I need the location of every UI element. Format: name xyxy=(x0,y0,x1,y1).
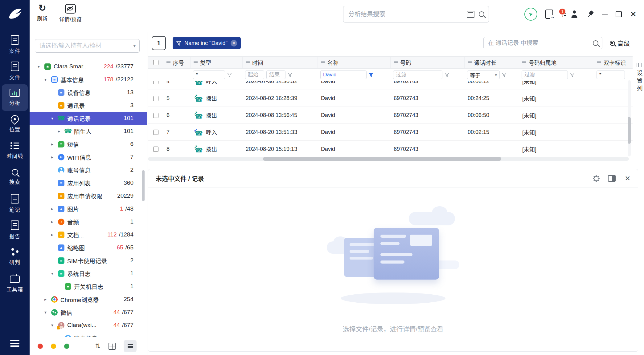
rail-item-notes[interactable]: 笔记 xyxy=(0,190,30,217)
name-filter-input[interactable] xyxy=(320,71,367,79)
tree-item-images[interactable]: ▸ ▲ 图片 1 /48 xyxy=(30,202,147,215)
type-filter-input[interactable] xyxy=(193,71,225,79)
table-row[interactable]: 8 ☎↗ 拨出 2024-08-20 15:19:13 David 697027… xyxy=(148,141,633,156)
refresh-button[interactable]: ↻ 刷新 xyxy=(37,3,47,23)
column-header-location[interactable]: 号码归属地 xyxy=(519,57,594,68)
grid-view-icon[interactable] xyxy=(109,343,116,350)
rail-item-report[interactable]: 报告 xyxy=(0,217,30,243)
tree-item-account-profile[interactable]: 账户信息 xyxy=(30,332,147,337)
expand-arrow-icon[interactable]: ▾ xyxy=(44,310,51,315)
chip-close-icon[interactable]: ✕ xyxy=(231,40,237,46)
rail-item-location[interactable]: 位置 xyxy=(0,111,30,137)
details-preview-button[interactable]: 详情/预览 xyxy=(59,3,82,23)
tree-item-system-log[interactable]: ▾ ≡ 系统日志 1 xyxy=(30,267,147,280)
expand-arrow-icon[interactable]: ▸ xyxy=(51,219,58,224)
tree-item-thumbnails[interactable]: ▲ 缩略图 65 /65 xyxy=(30,241,147,254)
tag-yellow-dot[interactable] xyxy=(51,344,56,349)
duration-operator-select[interactable]: 等于 ▾ xyxy=(467,71,500,79)
split-view-icon[interactable] xyxy=(608,175,616,182)
vertical-scrollbar[interactable] xyxy=(628,80,631,156)
expand-arrow-icon[interactable]: ▾ xyxy=(38,64,44,69)
result-tab-1[interactable]: 1 xyxy=(152,36,166,50)
search-icon[interactable] xyxy=(479,11,484,17)
table-row[interactable]: 6 ☎↗ 拨出 2024-08-08 13:56:45 David 697027… xyxy=(148,107,633,124)
tree-item-call-records[interactable]: ▾ ☎ 通话记录 101 xyxy=(30,112,147,125)
table-search-input[interactable] xyxy=(487,39,590,47)
time-start-filter-input[interactable] xyxy=(245,71,264,79)
tree-item-wechat[interactable]: ▾ 微信 44 /677 xyxy=(30,306,147,319)
expand-arrow-icon[interactable]: ▸ xyxy=(44,297,51,302)
column-header-seq[interactable]: 序号 xyxy=(163,57,191,68)
send-button[interactable]: ➤ xyxy=(524,8,537,21)
tag-green-dot[interactable] xyxy=(64,344,69,349)
tree-item-sim-usage[interactable]: ≡ SIM卡使用记录 2 xyxy=(30,254,147,267)
export-report-button[interactable]: 1 xyxy=(561,11,562,17)
rail-item-search[interactable]: 搜索 xyxy=(0,164,30,190)
funnel-active-icon[interactable] xyxy=(369,73,373,77)
column-header-number[interactable]: 号码 xyxy=(391,57,465,68)
expand-arrow-icon[interactable]: ▾ xyxy=(51,271,58,276)
time-end-filter-input[interactable] xyxy=(266,71,285,79)
funnel-icon[interactable] xyxy=(502,73,507,77)
rail-item-toolbox[interactable]: 工具箱 xyxy=(0,270,30,296)
row-checkbox[interactable] xyxy=(153,113,158,118)
expand-arrow-icon[interactable]: ▸ xyxy=(51,206,58,211)
vertical-scrollbar-thumb[interactable] xyxy=(628,117,631,144)
pin-icon[interactable] xyxy=(585,9,596,19)
gear-icon[interactable] xyxy=(594,176,599,181)
tree-item-power-log[interactable]: ≡ 开关机日志 1 xyxy=(30,280,147,293)
expand-arrow-icon[interactable]: ▾ xyxy=(44,77,51,82)
rail-item-judge[interactable]: 研判 xyxy=(0,243,30,270)
location-filter-input[interactable] xyxy=(522,71,568,79)
table-row[interactable]: 4 ☎↙ 呼入 2024-07-30 14:30:52 David 697027… xyxy=(148,81,633,90)
export-file-button[interactable] xyxy=(545,10,553,19)
table-row[interactable]: 7 ☎↙ 呼入 2024-08-20 13:51:33 David 697027… xyxy=(148,124,633,141)
row-checkbox[interactable] xyxy=(153,130,158,135)
panel-close-icon[interactable]: ✕ xyxy=(625,175,630,182)
tree-item-basic-info[interactable]: ▾ ≡ 基本信息 178 /22122 xyxy=(30,73,147,86)
expand-arrow-icon[interactable]: ▸ xyxy=(51,232,58,237)
rail-item-case[interactable]: 案件 xyxy=(0,31,30,58)
tree-item-account-info[interactable]: 账号信息 2 xyxy=(30,163,147,176)
tree-item-contacts[interactable]: ≡ 通讯录 3 xyxy=(30,99,147,112)
window-maximize-button[interactable] xyxy=(616,11,622,17)
list-view-icon[interactable] xyxy=(124,340,137,352)
funnel-icon[interactable] xyxy=(570,73,575,77)
holder-combobox-input[interactable] xyxy=(39,42,131,50)
column-header-time[interactable]: 时间 xyxy=(243,57,318,68)
column-settings-tab[interactable]: 设置列 xyxy=(634,63,644,93)
window-minimize-button[interactable] xyxy=(602,14,608,15)
analysis-search-input[interactable] xyxy=(348,10,462,18)
row-checkbox[interactable] xyxy=(153,96,158,101)
search-icon[interactable] xyxy=(593,40,598,46)
row-checkbox[interactable] xyxy=(153,81,158,84)
row-checkbox[interactable] xyxy=(153,147,158,152)
expand-arrow-icon[interactable]: ▸ xyxy=(51,155,58,159)
holder-combobox[interactable]: ▾ xyxy=(35,39,140,53)
tree-item-sms[interactable]: ▸ ≡ 短信 6 xyxy=(30,138,147,151)
expand-arrow-icon[interactable]: ▸ xyxy=(51,142,58,147)
tree-item-app-permissions[interactable]: ≡ 应用申请权限 20229 xyxy=(30,189,147,202)
tree-item-audio[interactable]: ▸ ♪ 音频 1 xyxy=(30,215,147,228)
calendar-icon[interactable] xyxy=(467,11,474,18)
rail-item-files[interactable]: 文件 xyxy=(0,58,30,84)
tree-item-wifi-info[interactable]: ▸ ≈ WIFI信息 7 xyxy=(30,151,147,163)
tree-item-wechat-account[interactable]: ▾ Clara(wxi... 44 /677 xyxy=(30,319,147,332)
tree-scrollbar[interactable] xyxy=(142,170,145,201)
number-filter-input[interactable] xyxy=(393,71,442,79)
horizontal-scrollbar[interactable] xyxy=(148,157,629,161)
column-header-dualsim[interactable]: 双卡标识 xyxy=(594,57,633,68)
column-header-name[interactable]: 名称 xyxy=(318,57,391,68)
select-all-checkbox[interactable] xyxy=(153,60,158,65)
tree-item-app-list[interactable]: ≡ 应用列表 360 xyxy=(30,176,147,189)
tree-item-device-info[interactable]: ≡ 设备信息 13 xyxy=(30,86,147,99)
funnel-icon[interactable] xyxy=(445,73,449,77)
user-icon[interactable] xyxy=(570,10,578,18)
dualsim-filter-input[interactable] xyxy=(597,71,625,79)
funnel-icon[interactable] xyxy=(227,73,232,77)
tree-item-chrome[interactable]: ▸ Chrome浏览器 254 xyxy=(30,293,147,306)
collapse-all-icon[interactable]: ⇅ xyxy=(95,342,100,350)
funnel-icon[interactable] xyxy=(288,73,292,77)
window-close-button[interactable]: ✕ xyxy=(630,10,637,18)
tree-item-clara-root[interactable]: ▾ ♣ Clara Smar... 224 /23777 xyxy=(30,60,147,73)
